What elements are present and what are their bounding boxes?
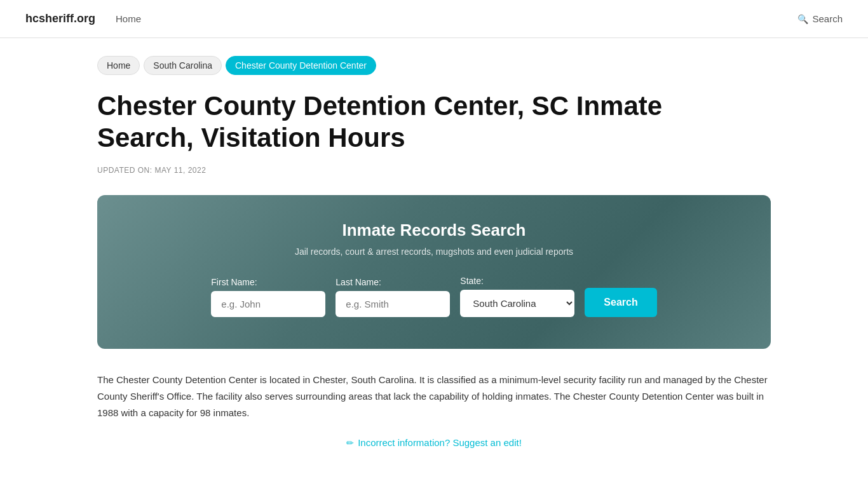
nav-home-link[interactable]: Home bbox=[116, 13, 141, 24]
site-logo[interactable]: hcsheriff.org bbox=[25, 12, 95, 25]
breadcrumb: Home South Carolina Chester County Deten… bbox=[97, 56, 771, 75]
first-name-label: First Name: bbox=[211, 277, 257, 287]
state-group: State: AlabamaAlaskaArizonaArkansasCalif… bbox=[460, 276, 574, 317]
updated-date: UPDATED ON: MAY 11, 2022 bbox=[97, 166, 771, 175]
first-name-group: First Name: bbox=[211, 277, 325, 317]
main-content: Home South Carolina Chester County Deten… bbox=[72, 38, 796, 487]
search-form: First Name: Last Name: State: AlabamaAla… bbox=[135, 276, 733, 317]
last-name-group: Last Name: bbox=[336, 277, 450, 317]
description-text: The Chester County Detention Center is l… bbox=[97, 372, 771, 422]
navbar-left: hcsheriff.org Home bbox=[25, 12, 141, 25]
last-name-label: Last Name: bbox=[336, 277, 381, 287]
last-name-input[interactable] bbox=[336, 291, 450, 317]
first-name-input[interactable] bbox=[211, 291, 325, 317]
search-icon: 🔍 bbox=[797, 14, 808, 24]
navbar-search[interactable]: 🔍 Search bbox=[797, 13, 843, 24]
search-box-subtitle: Jail records, court & arrest records, mu… bbox=[135, 247, 733, 257]
breadcrumb-home[interactable]: Home bbox=[97, 56, 140, 75]
page-title: Chester County Detention Center, SC Inma… bbox=[97, 90, 669, 154]
navbar: hcsheriff.org Home 🔍 Search bbox=[0, 0, 868, 38]
pencil-icon: ✏ bbox=[346, 438, 354, 448]
state-select[interactable]: AlabamaAlaskaArizonaArkansasCaliforniaCo… bbox=[460, 290, 574, 317]
search-button[interactable]: Search bbox=[585, 288, 656, 317]
suggest-edit-section: ✏ Incorrect information? Suggest an edit… bbox=[97, 437, 771, 449]
breadcrumb-south-carolina[interactable]: South Carolina bbox=[144, 56, 222, 75]
search-box-title: Inmate Records Search bbox=[135, 220, 733, 240]
inmate-search-box: Inmate Records Search Jail records, cour… bbox=[97, 195, 771, 349]
suggest-edit-label: Incorrect information? Suggest an edit! bbox=[358, 437, 522, 448]
state-label: State: bbox=[460, 276, 484, 286]
breadcrumb-current[interactable]: Chester County Detention Center bbox=[226, 56, 376, 75]
navbar-search-label: Search bbox=[812, 13, 843, 24]
suggest-edit-link[interactable]: ✏ Incorrect information? Suggest an edit… bbox=[346, 437, 522, 448]
